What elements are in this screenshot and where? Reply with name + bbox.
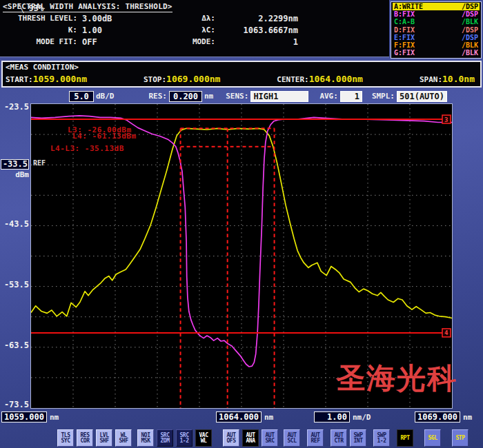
trace-label: G:FIX [394, 49, 415, 57]
y-axis-label: -63.5 [0, 341, 29, 350]
softkey-aut-ctr[interactable]: AUTCTR [331, 429, 347, 447]
param-label: K: [3, 26, 77, 34]
softkey-label: ANA [246, 438, 255, 444]
softkey-aut-scl[interactable]: AUTSCL [284, 429, 300, 447]
softkey-label: SGL [428, 436, 437, 441]
softkey-rpt[interactable]: RPT [397, 429, 413, 447]
trace-label: B:FIX [394, 10, 415, 18]
trace-row-g[interactable]: G:FIX/BLK [393, 49, 480, 57]
softkey-label: STP [456, 436, 465, 441]
softkey-res-cor[interactable]: RESCOR [77, 429, 93, 447]
stop-wavelength-field[interactable]: 1069.000 [415, 411, 460, 422]
y-axis-label: -23.5 [0, 103, 29, 112]
spectrum-plot: 34L3: -26.00dBmL4: -61.13dBmL4-L3: -35.1… [30, 103, 453, 409]
softkey-wl-shf[interactable]: WLSHF [115, 429, 132, 447]
softkey-row: TLSSYCRESCORLVLSHFWLSHFNOIMSKSRCZOMSRC1-… [0, 429, 483, 447]
y-axis-label: -53.5 [0, 281, 29, 289]
trace-A [31, 128, 452, 318]
stop-wavelength-unit: nm [463, 413, 472, 422]
meas-field-label: SPAN: [420, 75, 442, 84]
status-percent: ╲ 93% [19, 3, 43, 13]
param-label: THRESH LEVEL: [3, 14, 77, 23]
softkey-stp[interactable]: STP [452, 429, 469, 447]
meas-field-label: CENTER: [277, 75, 308, 84]
res-field[interactable]: 0.200 [169, 91, 202, 102]
center-wavelength-unit: nm [264, 413, 273, 422]
plot-canvas: 34L3: -26.00dBmL4: -61.13dBmL4-L3: -35.1… [31, 104, 452, 408]
meas-field-span[interactable]: SPAN:10.0nm [420, 72, 475, 85]
meas-field-start[interactable]: START:1059.000nm [6, 72, 87, 85]
analysis-param-row: K:1.00λC:1063.6667nm [3, 24, 389, 36]
softkey-swp-1-2[interactable]: SWP1-2 [373, 429, 390, 447]
meas-condition-panel: <MEAS CONDITION> START:1059.000nmSTOP:10… [1, 61, 482, 88]
softkey-label: SRC [266, 438, 275, 444]
meas-field-value: 10.0nm [442, 74, 475, 84]
softkey-label: 1-2 [377, 438, 386, 444]
softkey-swp-int[interactable]: SWPINT [350, 429, 366, 447]
softkey-label: WL [201, 438, 207, 444]
center-wavelength-field[interactable]: 1064.000 [216, 411, 262, 422]
line-marker-l3-digit: 3 [444, 116, 448, 123]
smpl-label: SMPL: [372, 92, 395, 101]
softkey-label: CTR [335, 438, 344, 444]
settings-row: 5.0 dB/D RES: 0.200 nm SENS: HIGH1 AVG: … [0, 89, 483, 103]
param-value: 2.2299nm [215, 14, 298, 23]
param-label: λC: [174, 26, 215, 34]
start-wavelength-field[interactable]: 1059.000 [1, 411, 47, 422]
softkey-label: SCL [288, 438, 297, 444]
softkey-src-zom[interactable]: SRCZOM [157, 429, 173, 447]
meas-field-label: START: [6, 75, 33, 84]
trace-row-c[interactable]: C:A-B/BLK [393, 18, 480, 26]
softkey-label: ZOM [161, 438, 170, 444]
sens-field[interactable]: HIGH1 [250, 91, 308, 102]
softkey-aut-src[interactable]: AUTSRC [262, 429, 278, 447]
trace-row-f[interactable]: F:FIX/BLK [393, 41, 480, 49]
param-label: MODE: [174, 37, 215, 46]
meas-field-value: 1064.000nm [309, 74, 363, 84]
meas-field-value: 1069.000nm [166, 74, 220, 84]
res-unit: nm [204, 92, 213, 101]
ref-level-field[interactable]: -33.5 [1, 159, 29, 170]
param-label: MODE FIT: [3, 37, 77, 46]
smpl-field[interactable]: 501(AUTO) [397, 91, 447, 102]
softkey-aut-ana[interactable]: AUTANA [242, 429, 259, 447]
meas-field-label: STOP: [144, 75, 166, 84]
param-value: OFF [77, 37, 174, 47]
softkey-sgl[interactable]: SGL [424, 429, 441, 447]
softkey-noi-msk[interactable]: NOIMSK [137, 429, 154, 447]
param-value: 1 [215, 37, 298, 47]
softkey-label: COR [81, 438, 90, 444]
start-wavelength-unit: nm [50, 413, 59, 422]
softkey-aut-ofs[interactable]: AUTOFS [223, 429, 239, 447]
softkey-lvl-shf[interactable]: LVLSHF [96, 429, 112, 447]
softkey-label: SYC [61, 438, 70, 444]
param-value: 3.00dB [77, 14, 174, 23]
x-axis-row: 1059.000 nm 1064.000 nm 1.00 nm/D 1069.0… [0, 411, 483, 425]
trace-row-a[interactable]: A:WRITE/DSP [393, 3, 480, 10]
meas-fields: START:1059.000nmSTOP:1069.000nmCENTER:10… [6, 72, 477, 85]
level-scale-unit: dB/D [96, 92, 115, 101]
trace-row-e[interactable]: E:FIX/DSP [393, 34, 480, 41]
softkey-tls-syc[interactable]: TLSSYC [57, 429, 74, 447]
trace-status: /DSP [462, 26, 478, 34]
level-scale-field[interactable]: 5.0 [69, 91, 94, 102]
trace-row-d[interactable]: D:FIX/DSP [393, 26, 480, 34]
trace-row-b[interactable]: B:FIX/DSP [393, 10, 480, 18]
osa-screen: <SPECTRAL WIDTH ANALYSIS: THRESHOLD> THR… [0, 0, 483, 448]
meas-field-stop[interactable]: STOP:1069.000nm [144, 72, 220, 85]
annotation-l5: L4-L3: -35.13dB [50, 144, 124, 153]
softkey-label: SHF [119, 438, 128, 444]
sens-label: SENS: [226, 92, 248, 101]
softkey-src-1-2[interactable]: SRC1-2 [176, 429, 193, 447]
trace-panel: A:WRITE/DSPB:FIX/DSPC:A-B/BLKD:FIX/DSPE:… [391, 1, 482, 59]
softkey-label: INT [354, 438, 363, 444]
avg-field[interactable]: 1 [340, 91, 362, 102]
y-axis-label: -73.5 [0, 400, 29, 409]
y-axis-label: -43.5 [0, 220, 29, 229]
softkey-aut-ref[interactable]: AUTREF [307, 429, 324, 447]
softkey-label: 1-2 [180, 438, 189, 444]
meas-field-center[interactable]: CENTER:1064.000nm [277, 72, 363, 85]
wavelength-scale-field[interactable]: 1.00 [314, 411, 350, 422]
softkey-vac-wl[interactable]: VACWL [195, 429, 212, 447]
meas-field-value: 1059.000nm [33, 74, 87, 84]
